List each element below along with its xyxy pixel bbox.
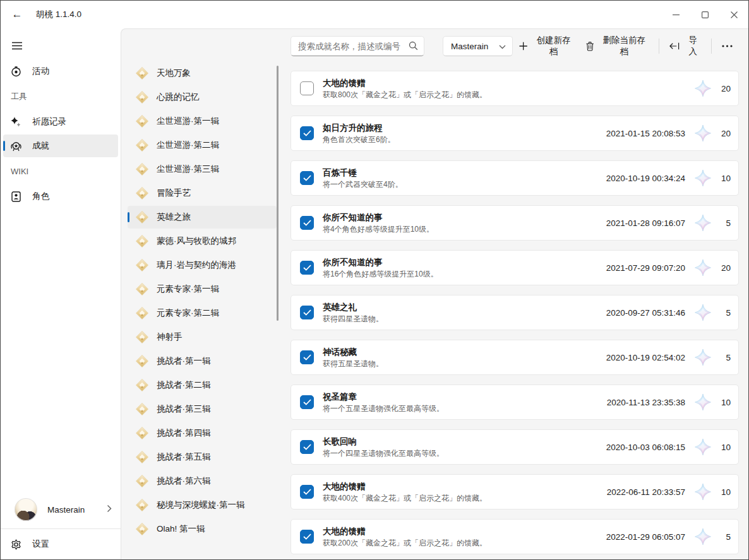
primogem-icon: [694, 169, 712, 187]
achievement-reward-value: 20: [714, 263, 731, 273]
category-item[interactable]: 挑战者·第三辑: [128, 398, 277, 420]
import-button[interactable]: 导入: [663, 35, 708, 57]
achievement-text: 英雄之礼获得四星圣遗物。: [323, 301, 606, 325]
delete-archive-button[interactable]: 删除当前存档: [580, 35, 654, 57]
achievement-checkbox[interactable]: [300, 485, 314, 499]
category-item-selected[interactable]: 英雄之旅: [128, 206, 277, 229]
achievement-title: 祝圣篇章: [323, 391, 607, 403]
primogem-icon: [694, 214, 712, 232]
category-label: 冒险手艺: [157, 188, 191, 199]
minimize-icon: [673, 11, 680, 18]
avatar: [15, 498, 37, 521]
category-medal-icon: [128, 330, 157, 344]
checkmark-icon: [303, 130, 311, 136]
category-scrollbar-thumb[interactable]: [277, 66, 279, 321]
category-item[interactable]: 璃月·岩与契约的海港: [128, 254, 277, 277]
category-item[interactable]: 挑战者·第一辑: [128, 350, 277, 372]
back-button[interactable]: ←: [7, 4, 27, 25]
minimize-button[interactable]: [661, 1, 690, 28]
sidebar-item-activity[interactable]: 活动: [3, 60, 118, 83]
sidebar-item-wish-records[interactable]: 祈愿记录: [3, 110, 118, 133]
toolbar-actions: 创建新存档 删除当前存档 导入: [513, 35, 739, 57]
checkmark-icon: [303, 354, 311, 360]
category-item[interactable]: 元素专家·第二辑: [128, 302, 277, 325]
category-medal-icon: [135, 282, 149, 296]
category-item[interactable]: 蒙德·风与牧歌的城邦: [128, 230, 277, 253]
import-arrow-icon: [669, 42, 680, 50]
category-medal-icon: [128, 138, 157, 152]
category-medal-icon: [128, 402, 157, 416]
achievement-category-list: 天地万象心跳的记忆尘世巡游·第一辑尘世巡游·第二辑尘世巡游·第三辑冒险手艺英雄之…: [128, 61, 277, 542]
category-medal-icon: [128, 354, 157, 368]
plus-icon: [519, 42, 527, 51]
achievement-text: 你所不知道的事将16个角色好感等级提升至10级。: [323, 256, 606, 280]
category-medal-icon: [128, 474, 157, 488]
category-item[interactable]: 尘世巡游·第二辑: [128, 134, 277, 157]
close-button[interactable]: [719, 1, 748, 28]
achievement-title: 你所不知道的事: [323, 211, 606, 223]
divider: [711, 39, 712, 54]
category-item[interactable]: 挑战者·第二辑: [128, 374, 277, 396]
achievement-reward-value: 10: [714, 443, 731, 452]
sidebar-item-settings[interactable]: 设置: [3, 532, 118, 557]
category-label: 天地万象: [157, 68, 191, 79]
archive-selector-dropdown[interactable]: Masterain: [443, 36, 513, 56]
category-medal-icon: [128, 90, 157, 104]
category-item[interactable]: 冒险手艺: [128, 182, 277, 205]
category-label: 尘世巡游·第三辑: [157, 164, 219, 175]
category-item[interactable]: 尘世巡游·第三辑: [128, 158, 277, 181]
category-item[interactable]: 挑战者·第六辑: [128, 470, 277, 492]
achievement-reward-value: 20: [714, 129, 731, 138]
search-input[interactable]: [291, 36, 424, 56]
achievements-toolbar: Masterain 创建新存档 删除当前存档 导入: [291, 34, 739, 58]
category-item[interactable]: 挑战者·第四辑: [128, 422, 277, 444]
category-item[interactable]: 挑战者·第五辑: [128, 446, 277, 468]
category-medal-icon: [128, 66, 157, 80]
achievement-checkbox[interactable]: [300, 126, 314, 140]
titlebar: ← 胡桃 1.1.4.0: [1, 1, 748, 28]
achievement-checkbox[interactable]: [300, 530, 314, 544]
category-item[interactable]: 元素专家·第一辑: [128, 278, 277, 301]
category-item[interactable]: 心跳的记忆: [128, 86, 277, 109]
category-medal-icon: [128, 210, 157, 224]
sidebar-section-wiki: WIKI: [1, 158, 121, 184]
achievement-checkbox[interactable]: [300, 350, 314, 364]
achievement-checkbox[interactable]: [300, 261, 314, 275]
category-item[interactable]: 尘世巡游·第一辑: [128, 110, 277, 133]
achievement-checkbox[interactable]: [300, 306, 314, 319]
activity-icon: [3, 66, 28, 77]
checkmark-icon: [303, 220, 311, 226]
category-medal-icon: [128, 522, 157, 536]
sidebar-item-label: 设置: [32, 539, 49, 550]
category-label: 蒙德·风与牧歌的城邦: [157, 235, 236, 247]
sidebar-item-achievements[interactable]: 成就: [3, 134, 118, 157]
achievement-card: 你所不知道的事将16个角色好感等级提升至10级。2021-07-29 09:07…: [291, 250, 739, 285]
selected-indicator: [128, 212, 129, 222]
maximize-button[interactable]: [690, 1, 719, 28]
category-item[interactable]: 秘境与深境螺旋·第一辑: [128, 494, 277, 516]
achievement-checkbox[interactable]: [300, 440, 314, 454]
divider: [659, 39, 659, 54]
category-item[interactable]: 神射手: [128, 326, 277, 349]
achievement-text: 百炼千锤将一个武器突破至4阶。: [323, 167, 606, 190]
category-item[interactable]: Olah! 第一辑: [128, 518, 277, 540]
achievement-checkbox[interactable]: [300, 81, 314, 95]
achievement-checkbox[interactable]: [300, 395, 314, 409]
more-options-button[interactable]: [716, 35, 739, 57]
achievement-checkbox[interactable]: [300, 171, 314, 185]
category-medal-icon: [128, 162, 157, 176]
create-archive-button[interactable]: 创建新存档: [513, 35, 580, 57]
category-item[interactable]: 天地万象: [128, 62, 277, 85]
menu-toggle-button[interactable]: [4, 35, 30, 56]
sidebar-item-character[interactable]: 角色: [3, 185, 118, 208]
category-medal-icon: [135, 450, 149, 464]
user-account-row[interactable]: Masterain: [1, 492, 121, 527]
import-label: 导入: [685, 35, 701, 57]
category-label: 元素专家·第二辑: [157, 307, 219, 319]
search-icon[interactable]: [409, 41, 418, 53]
achievement-checkbox[interactable]: [300, 216, 314, 230]
wish-record-icon: [3, 116, 28, 128]
achievement-date: 2020-09-27 05:31:46: [606, 308, 685, 318]
category-medal-icon: [135, 90, 149, 104]
category-label: 尘世巡游·第一辑: [157, 116, 219, 127]
